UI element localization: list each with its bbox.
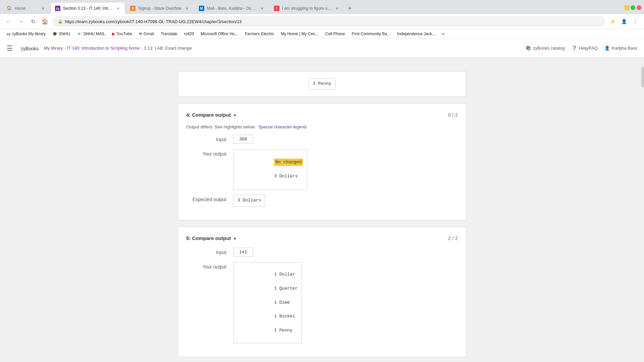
close-button[interactable] (637, 5, 641, 10)
header-right: 📚 zyBooks catalog ❓ Help/FAQ 👤 Kadijha B… (526, 46, 637, 51)
back-button[interactable]: ← (4, 17, 13, 26)
section5-your-output-row: Your output 1 Dollar 1 Quarter 1 Dime 1 … (186, 262, 458, 344)
bookmark-snhu-mail-label: SNHU MAIL (83, 32, 105, 36)
forward-button[interactable]: → (16, 17, 25, 26)
section5-your-output-label: Your output (186, 262, 233, 269)
section4-expected-box: 3 Dollars (233, 195, 265, 206)
bookmark-first-community[interactable]: First Community Ba... (349, 31, 393, 37)
minimize-button[interactable] (625, 5, 629, 10)
bookmark-gmail-icon: ✉ (139, 32, 142, 36)
section4-title-text: 4: Compare output (186, 112, 231, 118)
section4-your-output-row: Your output No changed 3 Dollars (186, 149, 458, 189)
bookmark-farmers-label: Farmers Electric (245, 32, 274, 36)
user-profile-link[interactable]: 👤 Kadijha Bass (604, 46, 637, 51)
user-label: Kadijha Bass (612, 46, 637, 51)
tab-stackoverflow[interactable]: S Signup - Stack Overflow ✕ (126, 3, 194, 14)
tab-other-title: I am struggling to figure out wh... (282, 6, 332, 11)
tab-home-title: Home (15, 6, 38, 11)
maximize-button[interactable] (631, 5, 635, 10)
tab-zybooks-favicon: zy (55, 6, 60, 11)
profile-button[interactable]: 👤 (619, 17, 629, 26)
bookmark-farmers[interactable]: Farmers Electric (242, 31, 277, 37)
tab-bar: 🏠 Home ✕ zy Section 3.13 - IT 140: Intro… (0, 0, 644, 14)
section5-input-box: 141 (233, 248, 253, 257)
tab-stackoverflow-close[interactable]: ✕ (184, 6, 190, 11)
tab-outlook-close[interactable]: ✕ (259, 6, 265, 11)
bookmark-cell-phone[interactable]: Cell Phone (323, 31, 348, 37)
section5-line1: 1 Dollar (274, 272, 295, 277)
output-differs-text: Output differs. See highlights below. (186, 124, 256, 129)
bookmark-youtube-icon: ▶ (112, 32, 115, 36)
main-area: 1 Penny 4: Compare output ▲ 0 / 2 Output… (0, 58, 644, 362)
bookmark-gmail[interactable]: ✉ Gmail (136, 31, 157, 37)
refresh-button[interactable]: ↻ (28, 17, 38, 26)
new-tab-button[interactable]: + (345, 4, 355, 13)
bookmark-ms-office[interactable]: Microsoft Office Ho... (198, 31, 241, 37)
scrollbar[interactable] (641, 67, 644, 87)
tab-home[interactable]: 🏠 Home ✕ (3, 3, 50, 14)
bookmark-snhu-mail[interactable]: 📧 SNHU MAIL (74, 31, 108, 37)
section5-title-text: 5: Compare output (186, 235, 231, 241)
section5-chevron[interactable]: ▲ (233, 236, 237, 240)
section4-expected-value: 3 Dollars (233, 195, 265, 206)
bookmark-zybooks-lib-icon: zy (7, 32, 11, 36)
catalog-label: zyBooks catalog (533, 46, 565, 51)
section4-input-row: Input 300 (186, 135, 458, 144)
bookmarks-bar: zy zyBooks My library 🎓 SNHU 📧 SNHU MAIL… (0, 29, 644, 39)
breadcrumb-my-library[interactable]: My library (44, 46, 63, 51)
section4-your-output-box: No changed 3 Dollars (233, 149, 307, 189)
bookmark-independence[interactable]: Independence Jack... (394, 31, 438, 37)
bookmark-independence-label: Independence Jack... (397, 32, 435, 36)
help-label: Help/FAQ (579, 46, 598, 51)
hamburger-menu[interactable]: ☰ (7, 44, 13, 52)
help-icon: ❓ (572, 46, 577, 51)
tab-zybooks[interactable]: zy Section 3.13 - IT 140: Introduc... ✕ (51, 3, 125, 14)
section4-title: 4: Compare output ▲ (186, 112, 237, 118)
section4-highlighted-text: No changed (274, 159, 303, 166)
browser-toolbar: ← → ↻ 🏠 🔒 https://learn.zybooks.com/zybo… (0, 14, 644, 29)
bookmark-my-home[interactable]: My Home | My Cen... (278, 31, 321, 37)
breadcrumb-sep-2: › (141, 46, 142, 51)
bookmark-zybooks-lib[interactable]: zy zyBooks My library (4, 31, 48, 37)
bookmark-translate[interactable]: Translate (158, 31, 180, 37)
address-bar[interactable]: 🔒 https://learn.zybooks.com/zybook/IT-14… (52, 16, 605, 27)
bookmark-snhu-icon: 🎓 (52, 32, 57, 36)
catalog-link[interactable]: 📚 zyBooks catalog (526, 46, 565, 51)
tab-zybooks-close[interactable]: ✕ (115, 6, 121, 11)
bookmark-more[interactable]: » (439, 31, 447, 37)
logo-text: zyBooks (21, 46, 39, 51)
tab-outlook[interactable]: M Mail - Bass, Kadijha - Outlook ✕ (195, 3, 269, 14)
bookmark-ms-office-label: Microsoft Office Ho... (201, 32, 238, 36)
section4-expected-label: Expected output (186, 195, 233, 202)
toolbar-right: ⚡ 👤 ⋮ (608, 17, 640, 26)
section4-chevron[interactable]: ▲ (233, 112, 237, 117)
breadcrumb: My library › IT 140: Introduction to Scr… (44, 46, 192, 51)
tab-other-close[interactable]: ✕ (334, 6, 340, 11)
bookmark-roll20-label: roll20 (184, 32, 194, 36)
tab-other[interactable]: I I am struggling to figure out wh... ✕ (270, 3, 344, 14)
output-differs-row: Output differs. See highlights below. Sp… (186, 124, 458, 129)
home-nav-button[interactable]: 🏠 (40, 17, 50, 26)
bookmark-youtube[interactable]: ▶ YouTube (109, 31, 135, 37)
penny-output-area: 1 Penny (178, 71, 466, 97)
tab-outlook-title: Mail - Bass, Kadijha - Outlook (207, 6, 257, 11)
bookmark-roll20[interactable]: roll20 (181, 31, 197, 37)
section4-block: 4: Compare output ▲ 0 / 2 Output differs… (178, 104, 466, 220)
breadcrumb-course[interactable]: IT 140: Introduction to Scripting home (67, 46, 140, 51)
bookmark-cell-phone-label: Cell Phone (325, 32, 345, 36)
penny-code-box: 1 Penny (309, 78, 336, 90)
bookmark-snhu[interactable]: 🎓 SNHU (50, 31, 73, 37)
ssl-icon: 🔒 (58, 19, 63, 24)
special-char-link[interactable]: Special character legend (258, 124, 306, 129)
more-button[interactable]: ⋮ (631, 17, 640, 26)
bookmark-translate-label: Translate (161, 32, 177, 36)
section5-input-value: 141 (233, 248, 253, 257)
bookmark-first-community-label: First Community Ba... (352, 32, 390, 36)
tab-home-close[interactable]: ✕ (40, 6, 46, 11)
tab-other-favicon: I (274, 6, 279, 11)
help-link[interactable]: ❓ Help/FAQ (572, 46, 598, 51)
extensions-button[interactable]: ⚡ (608, 17, 617, 26)
zybooks-header: ☰ zyBooks My library › IT 140: Introduct… (0, 39, 644, 58)
bookmark-snhu-label: SNHU (59, 32, 70, 36)
section5-block: 5: Compare output ▲ 2 / 2 Input 141 Your… (178, 227, 466, 357)
